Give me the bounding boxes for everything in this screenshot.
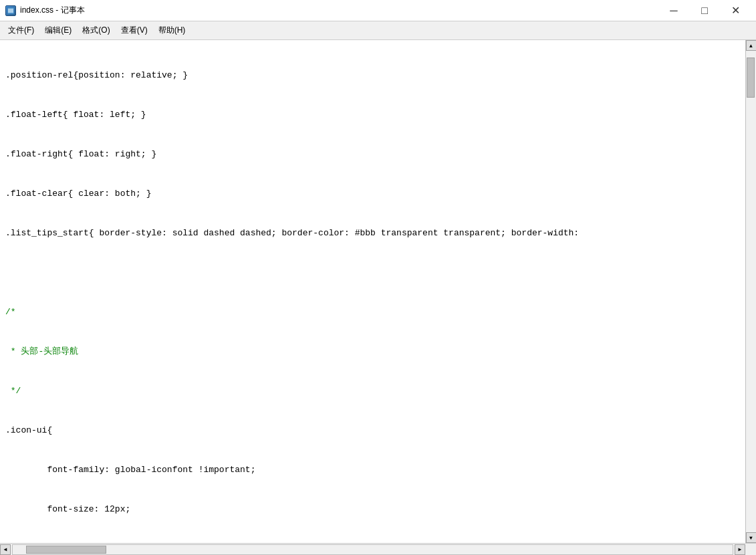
- menu-help[interactable]: 帮助(H): [153, 23, 191, 37]
- title-bar: index.css - 记事本 ─ □ ✕: [0, 0, 756, 21]
- scroll-thumb[interactable]: [747, 58, 755, 98]
- code-line-comment: */: [0, 384, 745, 398]
- menu-edit[interactable]: 编辑(E): [39, 23, 77, 37]
- maximize-button[interactable]: □: [689, 0, 720, 21]
- window-title: index.css - 记事本: [20, 5, 85, 16]
- menu-format[interactable]: 格式(O): [77, 23, 115, 37]
- code-line-comment: * 头部-头部导航: [0, 345, 745, 358]
- title-bar-left: index.css - 记事本: [5, 5, 85, 16]
- code-line: .list_tips_start{ border-style: solid da…: [0, 227, 745, 240]
- code-line: font-family: global-iconfont !important;: [0, 463, 745, 477]
- main-area: .position-rel{position: relative; } .flo…: [0, 40, 756, 543]
- code-line: .position-rel{position: relative; }: [0, 69, 745, 82]
- h-scroll-thumb[interactable]: [26, 546, 106, 554]
- app-icon: [5, 5, 16, 16]
- bottom-bar: ◀ ▶: [0, 543, 756, 555]
- code-line-comment: /*: [0, 306, 745, 319]
- window-controls: ─ □ ✕: [658, 0, 751, 21]
- code-line: [0, 266, 745, 280]
- scroll-track[interactable]: [746, 51, 757, 532]
- menu-bar: 文件(F) 编辑(E) 格式(O) 查看(V) 帮助(H): [0, 21, 756, 40]
- menu-file[interactable]: 文件(F): [3, 23, 39, 37]
- scroll-left-button[interactable]: ◀: [0, 544, 11, 555]
- code-line: .float-left{ float: left; }: [0, 108, 745, 122]
- h-scroll-track[interactable]: [12, 544, 733, 555]
- close-button[interactable]: ✕: [720, 0, 751, 21]
- code-line: .float-clear{ clear: both; }: [0, 187, 745, 201]
- code-line: .float-right{ float: right; }: [0, 148, 745, 161]
- menu-view[interactable]: 查看(V): [116, 23, 153, 37]
- editor-content[interactable]: .position-rel{position: relative; } .flo…: [0, 40, 745, 543]
- vertical-scrollbar[interactable]: ▲ ▼: [745, 40, 756, 543]
- scroll-up-button[interactable]: ▲: [746, 40, 757, 51]
- scroll-down-button[interactable]: ▼: [746, 532, 757, 543]
- code-line: .icon-ui{: [0, 424, 745, 437]
- code-line: font-size: 12px;: [0, 503, 745, 516]
- editor: .position-rel{position: relative; } .flo…: [0, 40, 745, 543]
- minimize-button[interactable]: ─: [658, 0, 689, 21]
- scroll-right-button[interactable]: ▶: [735, 544, 745, 555]
